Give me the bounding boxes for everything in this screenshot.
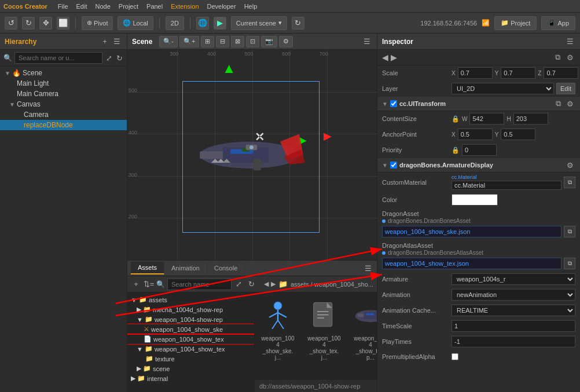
uitransform-checkbox[interactable] bbox=[390, 100, 397, 107]
tab-animation[interactable]: Animation bbox=[164, 262, 207, 274]
assets-expand-icon[interactable]: ⤢ bbox=[234, 279, 244, 290]
layer-edit-btn[interactable]: Edit bbox=[556, 83, 575, 94]
scale-x-input[interactable] bbox=[458, 67, 493, 79]
scene-view[interactable]: 300 400 500 600 700 500 400 300 200 ▲ ▶ … bbox=[127, 50, 377, 260]
inspector-gear-btn[interactable]: ⚙ bbox=[565, 52, 575, 63]
asset-texture[interactable]: 📁 texture bbox=[127, 354, 254, 364]
menu-file[interactable]: File bbox=[58, 3, 68, 10]
settings-btn[interactable]: ⚙ bbox=[279, 36, 293, 47]
animation-cache-select[interactable]: REALTIME bbox=[451, 305, 575, 316]
dragon-asset-name[interactable]: weapon_1004_show_ske.json bbox=[382, 226, 561, 237]
color-picker[interactable] bbox=[451, 194, 498, 206]
assets-back-btn[interactable]: ◀ bbox=[264, 280, 269, 288]
scene-menu-btn[interactable]: ☰ bbox=[362, 36, 372, 47]
tree-item-main-light[interactable]: Main Light bbox=[0, 78, 127, 89]
tree-item-camera[interactable]: Camera bbox=[0, 109, 127, 120]
tree-item-scene[interactable]: ▼ 🔥 Scene bbox=[0, 68, 127, 78]
dragon-asset-copy-btn[interactable]: ⧉ bbox=[564, 226, 575, 237]
asset-internal[interactable]: ▶ 📁 internal bbox=[127, 373, 254, 383]
assets-search-icon[interactable]: 🔍 bbox=[156, 280, 165, 288]
play-times-input[interactable] bbox=[451, 336, 575, 347]
size-w-input[interactable] bbox=[469, 113, 504, 124]
asset-file-tex-png[interactable]: weapon_1004_show_tex.p... bbox=[353, 298, 377, 361]
custom-material-input[interactable] bbox=[451, 181, 561, 190]
uitransform-section[interactable]: ▼ cc.UITransform ⧉ ⚙ bbox=[377, 97, 580, 111]
uitransform-copy-btn[interactable]: ⧉ bbox=[553, 98, 563, 109]
zoom-in-btn[interactable]: 🔍+ bbox=[179, 36, 199, 47]
hierarchy-search-icon[interactable]: 🔍 bbox=[3, 54, 12, 62]
dragon-atlas-copy-btn[interactable]: ⧉ bbox=[564, 258, 575, 269]
tab-assets[interactable]: Assets bbox=[131, 262, 164, 274]
menu-help[interactable]: Help bbox=[244, 3, 258, 10]
armature-select[interactable]: weapon_1004s_r bbox=[451, 273, 575, 285]
assets-forward-btn[interactable]: ▶ bbox=[271, 280, 276, 288]
menu-developer[interactable]: Developer bbox=[207, 3, 236, 10]
globe-btn[interactable]: 🌐 bbox=[196, 17, 209, 30]
asset-weapon-tex2[interactable]: ▼ 📁 weapon_1004_show_tex bbox=[127, 344, 254, 354]
menu-project[interactable]: Project bbox=[119, 3, 138, 10]
tab-console[interactable]: Console bbox=[207, 262, 245, 274]
inspector-back-btn[interactable]: ◀ bbox=[382, 53, 388, 62]
time-scale-input[interactable] bbox=[451, 320, 575, 332]
size-h-input[interactable] bbox=[513, 113, 548, 124]
assets-sort-btn[interactable]: ⇅= bbox=[144, 279, 154, 290]
premultiplied-checkbox[interactable] bbox=[451, 353, 458, 360]
menu-edit[interactable]: Edit bbox=[76, 3, 87, 10]
menu-panel[interactable]: Panel bbox=[146, 3, 163, 10]
refresh2-btn[interactable]: ↻ bbox=[292, 17, 304, 30]
grid-btn[interactable]: ⊞ bbox=[201, 36, 214, 47]
dragonbones-gear-btn[interactable]: ⚙ bbox=[565, 160, 575, 170]
pivot-btn[interactable]: ⊕ Pivot bbox=[82, 16, 113, 30]
hierarchy-refresh-btn[interactable]: ↻ bbox=[115, 53, 123, 63]
inspector-copy-btn[interactable]: ⧉ bbox=[552, 52, 563, 63]
refresh-btn[interactable]: ↻ bbox=[22, 17, 35, 30]
inspector-menu-btn[interactable]: ☰ bbox=[565, 36, 575, 47]
local-btn[interactable]: 🌐 Local bbox=[118, 16, 153, 30]
scene-dropdown[interactable]: Current scene ▾ bbox=[231, 16, 287, 30]
tree-item-replacedbnode[interactable]: replaceDBNode bbox=[0, 120, 127, 130]
asset-root[interactable]: ▼ 📁 assets bbox=[127, 295, 254, 305]
dragonbones-section[interactable]: ▼ dragonBones.ArmatureDisplay ⚙ bbox=[377, 158, 580, 173]
asset-file-ske[interactable]: weapon_1004_show_ske.j... bbox=[260, 298, 295, 361]
layer-select[interactable]: UI_2D bbox=[451, 83, 554, 94]
layout2-btn[interactable]: ⊠ bbox=[231, 36, 244, 47]
hierarchy-add-btn[interactable]: + bbox=[100, 36, 110, 47]
play-btn[interactable]: ▶ bbox=[214, 17, 226, 30]
assets-add-btn[interactable]: + bbox=[131, 279, 141, 290]
asset-weapon-tex[interactable]: 📄 weapon_1004_show_tex bbox=[127, 334, 254, 344]
layout-btn[interactable]: ⊟ bbox=[216, 36, 229, 47]
app-btn[interactable]: 📱 App bbox=[541, 16, 575, 30]
dragonbones-checkbox[interactable] bbox=[390, 162, 397, 168]
move-tool[interactable]: ✥ bbox=[39, 17, 52, 30]
asset-weapon-rep[interactable]: ▼ 📁 weapon_1004-show-rep bbox=[127, 314, 254, 324]
zoom-out-btn[interactable]: 🔍- bbox=[159, 36, 178, 47]
menu-extension[interactable]: Extension bbox=[171, 3, 199, 10]
tree-item-canvas[interactable]: ▼ Canvas bbox=[0, 99, 127, 109]
dragon-atlas-name[interactable]: weapon_1004_show_tex.json bbox=[382, 258, 561, 269]
transform-tool[interactable]: ⬜ bbox=[57, 17, 69, 30]
tree-item-main-camera[interactable]: Main Camera bbox=[0, 89, 127, 99]
scale-z-input[interactable] bbox=[544, 67, 578, 79]
asset-scene[interactable]: ▶ 📁 scene bbox=[127, 364, 254, 373]
hierarchy-menu-btn[interactable]: ☰ bbox=[112, 36, 122, 47]
assets-search-input[interactable] bbox=[167, 279, 232, 290]
project-btn[interactable]: 📁 Project bbox=[494, 16, 537, 30]
inspector-forward-btn[interactable]: ▶ bbox=[391, 53, 397, 62]
hierarchy-search-input[interactable] bbox=[14, 52, 102, 64]
asset-mecha[interactable]: ▶ 📁 mecha_1004d_show-rep bbox=[127, 305, 254, 314]
animation-select[interactable]: newAnimation bbox=[451, 289, 575, 301]
hierarchy-expand-btn[interactable]: ⤢ bbox=[105, 53, 113, 63]
assets-refresh-btn[interactable]: ↻ bbox=[247, 279, 257, 290]
anchor-y-input[interactable] bbox=[501, 129, 535, 140]
menu-node[interactable]: Node bbox=[96, 3, 111, 10]
scale-y-input[interactable] bbox=[501, 67, 535, 79]
2d-btn[interactable]: 2D bbox=[166, 16, 184, 30]
custom-material-copy-btn[interactable]: ⧉ bbox=[564, 177, 575, 188]
uitransform-gear-btn[interactable]: ⚙ bbox=[565, 98, 575, 109]
asset-file-tex-json[interactable]: weapon_1004_show_tex.j... bbox=[307, 298, 342, 361]
asset-weapon-ske[interactable]: ⚔ weapon_1004_show_ske bbox=[127, 324, 254, 334]
layout3-btn[interactable]: ⊡ bbox=[246, 36, 259, 47]
undo-btn[interactable]: ↺ bbox=[5, 17, 17, 30]
anchor-x-input[interactable] bbox=[458, 129, 493, 140]
bottom-menu-btn[interactable]: ☰ bbox=[363, 263, 373, 273]
